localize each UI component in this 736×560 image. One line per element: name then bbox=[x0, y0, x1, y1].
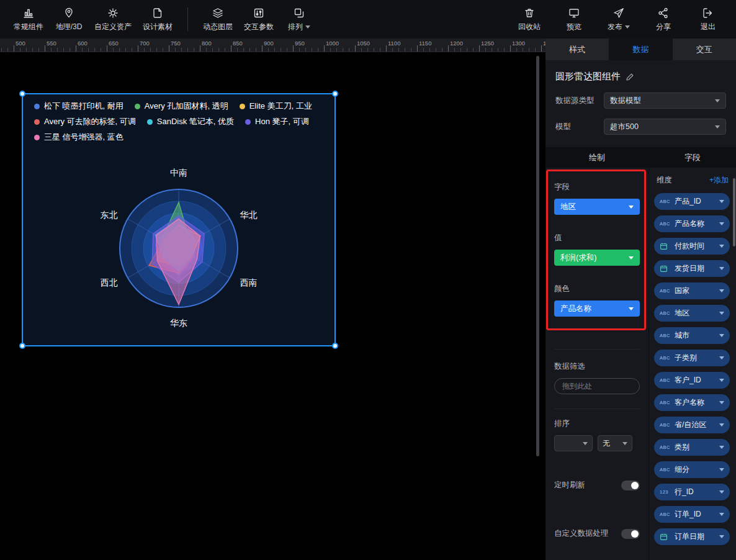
field-label: 行_ID bbox=[675, 487, 716, 497]
dimension-field-pill[interactable]: ABC省/自治区 bbox=[654, 417, 730, 433]
dimension-field-pill[interactable]: ABC产品名称 bbox=[654, 215, 730, 232]
legend-item[interactable]: 三星 信号增强器, 蓝色 bbox=[34, 132, 123, 143]
ruler-major-tick bbox=[417, 45, 418, 52]
ruler-label: 850 bbox=[233, 40, 243, 47]
dimension-field-pill[interactable]: ABC类别 bbox=[654, 439, 730, 456]
add-dimension-button[interactable]: +添加 bbox=[709, 175, 729, 186]
chevron-down-icon bbox=[719, 401, 724, 404]
resize-handle-top-left[interactable] bbox=[19, 91, 25, 97]
legend-item[interactable]: SanDisk 笔记本, 优质 bbox=[147, 116, 234, 127]
toolbar-label: 交互参数 bbox=[244, 22, 274, 32]
value-select[interactable]: 利润(求和) bbox=[554, 250, 640, 266]
legend-item[interactable]: Hon 凳子, 可调 bbox=[245, 116, 309, 127]
field-select[interactable]: 地区 bbox=[554, 199, 640, 215]
component-title: 圆形雷达图组件 bbox=[555, 71, 621, 83]
datasource-select[interactable]: 数据模型 bbox=[604, 93, 726, 109]
dimension-field-pill[interactable]: ABC产品_ID bbox=[654, 193, 730, 210]
toolbar-dynamic-layers-button[interactable]: 动态图层 bbox=[199, 4, 236, 35]
legend-item[interactable]: Elite 美工刀, 工业 bbox=[240, 101, 312, 112]
resize-handle-bottom-right[interactable] bbox=[332, 343, 338, 349]
model-select[interactable]: 超市500 bbox=[604, 119, 726, 135]
dimension-field-pill[interactable]: ABC细分 bbox=[654, 461, 730, 478]
datasource-label: 数据源类型 bbox=[555, 96, 604, 106]
canvas-vertical-scrollbar[interactable] bbox=[536, 56, 539, 456]
field-type-badge: ABC bbox=[660, 221, 671, 227]
toolbar-exit-button[interactable]: 退出 bbox=[690, 4, 726, 35]
chevron-down-icon bbox=[719, 200, 724, 203]
tab-data[interactable]: 数据 bbox=[609, 38, 672, 60]
resize-handle-top-right[interactable] bbox=[332, 91, 338, 97]
dimension-list: ABC产品_IDABC产品名称付款时间发货日期ABC国家ABC地区ABC城市AB… bbox=[649, 193, 736, 560]
dimension-field-pill[interactable]: ABC客户名称 bbox=[654, 394, 730, 411]
toolbar-custom-assets-button[interactable]: 自定义资产 bbox=[91, 4, 135, 35]
legend-dot bbox=[245, 119, 251, 125]
toolbar-publish-button[interactable]: 发布 bbox=[601, 4, 637, 35]
legend-dot bbox=[34, 104, 40, 109]
workspace: 5005506006507007508008509009501000105011… bbox=[0, 38, 736, 560]
toolbar-interaction-params-button[interactable]: 交互参数 bbox=[240, 4, 277, 35]
field-type-badge: ABC bbox=[660, 445, 671, 450]
field-label: 地区 bbox=[675, 308, 716, 318]
dimension-field-pill[interactable]: 发货日期 bbox=[654, 260, 730, 277]
toolbar-recycle-bin-button[interactable]: 回收站 bbox=[511, 4, 547, 35]
dimension-field-pill[interactable]: ABC地区 bbox=[654, 305, 730, 322]
datasource-row: 数据源类型 数据模型 bbox=[545, 88, 736, 114]
toolbar-share-button[interactable]: 分享 bbox=[645, 4, 681, 35]
field-type-badge: ABC bbox=[660, 333, 671, 338]
tab-fields[interactable]: 字段 bbox=[649, 147, 736, 168]
chevron-down-icon bbox=[719, 513, 724, 516]
dimension-field-pill[interactable]: ABC订单_ID bbox=[654, 506, 730, 523]
edit-icon[interactable] bbox=[626, 73, 634, 81]
toolbar-regular-components-button[interactable]: 常规组件 bbox=[10, 4, 47, 35]
dimension-field-pill[interactable]: 付款时间 bbox=[654, 238, 730, 255]
color-select[interactable]: 产品名称 bbox=[554, 300, 640, 317]
legend-item[interactable]: Avery 可去除的标签, 可调 bbox=[34, 116, 136, 127]
legend-item[interactable]: Avery 孔加固材料, 透明 bbox=[135, 101, 228, 112]
field-group: 字段 地区 bbox=[554, 182, 640, 215]
calendar-icon bbox=[660, 242, 671, 250]
dimensions-header: 维度 +添加 bbox=[649, 168, 736, 193]
legend-item[interactable]: 松下 喷墨打印机, 耐用 bbox=[34, 101, 123, 112]
toolbar-preview-button[interactable]: 预览 bbox=[556, 4, 592, 35]
radar-chart-widget[interactable]: 松下 喷墨打印机, 耐用Avery 孔加固材料, 透明Elite 美工刀, 工业… bbox=[22, 93, 336, 346]
field-label: 细分 bbox=[675, 464, 716, 475]
sort-field-select[interactable] bbox=[554, 435, 593, 451]
chevron-down-icon bbox=[719, 468, 724, 471]
toolbar-geo-3d-button[interactable]: 地理/3D bbox=[51, 4, 87, 35]
tab-style[interactable]: 样式 bbox=[545, 38, 609, 60]
design-canvas[interactable]: 松下 喷墨打印机, 耐用Avery 孔加固材料, 透明Elite 美工刀, 工业… bbox=[0, 52, 545, 560]
tab-interaction[interactable]: 交互 bbox=[673, 38, 736, 60]
dimension-field-pill[interactable]: 123行_ID bbox=[654, 484, 730, 500]
dimension-field-pill[interactable]: ABC子类别 bbox=[654, 350, 730, 366]
toolbar-label: 设计素材 bbox=[143, 22, 173, 32]
ruler-minor-ticks bbox=[1, 48, 545, 52]
field-label: 订单日期 bbox=[675, 531, 716, 542]
sliders-icon bbox=[253, 7, 265, 19]
timed-refresh-row: 定时刷新 bbox=[554, 480, 640, 490]
sort-order-select[interactable]: 无 bbox=[598, 435, 632, 451]
field-type-badge: 123 bbox=[660, 489, 671, 495]
toolbar-arrange-button[interactable]: 排列 bbox=[281, 4, 317, 35]
legend-label: 松下 喷墨打印机, 耐用 bbox=[44, 101, 123, 112]
model-value: 超市500 bbox=[610, 122, 639, 132]
panel-vertical-scrollbar[interactable] bbox=[733, 178, 735, 246]
gear-icon bbox=[107, 7, 119, 19]
toolbar-design-materials-button[interactable]: 设计素材 bbox=[139, 4, 176, 35]
filter-placeholder: 拖到此处 bbox=[562, 381, 592, 392]
dimension-field-pill[interactable]: ABC客户_ID bbox=[654, 372, 730, 389]
field-label: 付款时间 bbox=[675, 241, 716, 251]
timed-refresh-toggle[interactable] bbox=[621, 481, 640, 490]
chevron-down-icon bbox=[629, 256, 634, 260]
tab-draw[interactable]: 绘制 bbox=[545, 147, 648, 168]
dimension-field-pill[interactable]: ABC国家 bbox=[654, 282, 730, 299]
top-toolbar: 常规组件地理/3D自定义资产设计素材动态图层交互参数排列 回收站预览发布分享退出 bbox=[0, 0, 736, 38]
custom-processing-toggle[interactable] bbox=[621, 529, 640, 539]
dimension-field-pill[interactable]: 订单日期 bbox=[654, 528, 730, 545]
ruler-label: 1300 bbox=[512, 40, 525, 47]
ruler-label: 550 bbox=[47, 40, 56, 47]
ruler-label: 500 bbox=[16, 40, 25, 47]
filter-dropzone[interactable]: 拖到此处 bbox=[554, 378, 640, 394]
dimension-field-pill[interactable]: ABC城市 bbox=[654, 327, 730, 344]
resize-handle-bottom-left[interactable] bbox=[19, 343, 25, 349]
exit-icon bbox=[702, 7, 714, 19]
